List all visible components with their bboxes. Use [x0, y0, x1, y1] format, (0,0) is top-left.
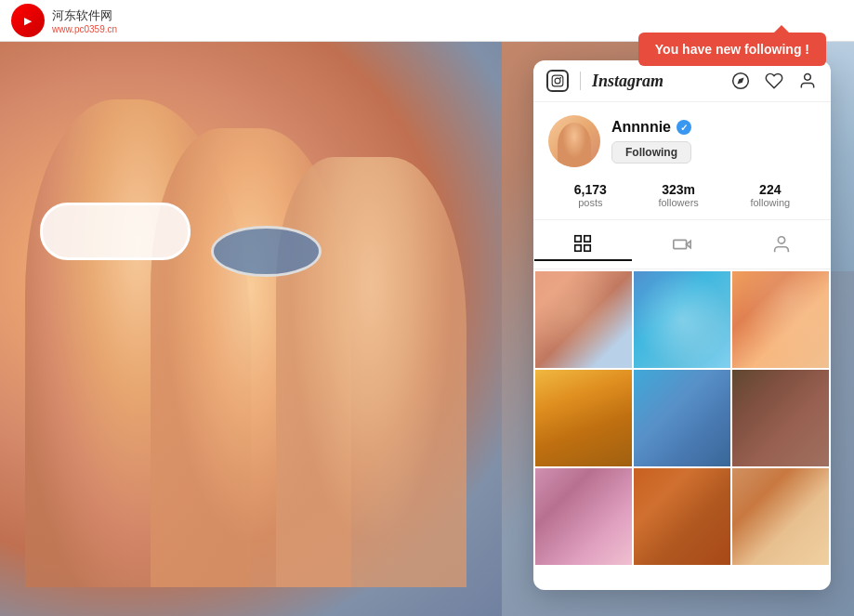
- username-text: Annnnie: [611, 119, 671, 136]
- followers-stat: 323m followers: [658, 182, 698, 208]
- avatar: [548, 115, 600, 167]
- instagram-wordmark: Instagram: [592, 72, 663, 91]
- profile-stats: 6,173 posts 323m followers 224 following: [533, 175, 831, 220]
- svg-rect-10: [674, 240, 687, 248]
- photo-overlay-8: [634, 468, 730, 565]
- photo-grid: [533, 269, 831, 567]
- grid-photo-2[interactable]: [634, 271, 730, 368]
- following-label: following: [750, 197, 790, 208]
- instagram-header-icons: [730, 71, 818, 91]
- photo-overlay-3: [732, 271, 829, 368]
- svg-point-1: [555, 78, 560, 84]
- instagram-header: Instagram: [533, 60, 831, 102]
- girl-3: [276, 157, 466, 588]
- grid-photo-6[interactable]: [732, 370, 829, 466]
- compass-icon[interactable]: [730, 71, 751, 91]
- photo-overlay-4: [535, 370, 632, 466]
- selfie-photo: [0, 42, 502, 616]
- following-button[interactable]: Following: [611, 141, 691, 164]
- logo-area: ▶ 河东软件网 www.pc0359.cn: [11, 4, 117, 37]
- instagram-logo-icon: [546, 70, 569, 92]
- grid-photo-4[interactable]: [535, 370, 632, 466]
- photo-overlay-7: [535, 468, 632, 565]
- svg-rect-7: [585, 236, 590, 242]
- photo-overlay-9: [732, 468, 829, 565]
- grid-photo-8[interactable]: [634, 468, 730, 565]
- header-divider: [580, 72, 581, 90]
- username-row: Annnnie ✓: [611, 119, 816, 136]
- followers-label: followers: [658, 197, 698, 208]
- svg-rect-9: [585, 245, 590, 251]
- svg-rect-8: [575, 245, 581, 251]
- instagram-logo-area: Instagram: [546, 70, 663, 92]
- instagram-profile: Annnnie ✓ Following: [533, 102, 831, 175]
- site-name: 河东软件网: [52, 7, 117, 24]
- following-count: 224: [750, 182, 790, 197]
- person-icon[interactable]: [797, 71, 818, 91]
- profile-info: Annnnie ✓ Following: [611, 119, 816, 164]
- grid-photo-5[interactable]: [634, 370, 730, 466]
- notification-tooltip: You have new following !: [638, 33, 826, 66]
- avatar-inner: [558, 123, 591, 167]
- verified-badge: ✓: [677, 120, 691, 135]
- notification-text: You have new following !: [655, 42, 809, 57]
- grid-photo-1[interactable]: [535, 271, 632, 368]
- photo-overlay-2: [634, 271, 730, 368]
- svg-rect-6: [575, 236, 581, 242]
- posts-stat: 6,173 posts: [574, 182, 607, 208]
- site-url: www.pc0359.cn: [52, 24, 117, 34]
- svg-marker-4: [737, 77, 743, 84]
- tab-video[interactable]: [633, 228, 731, 261]
- platform-logo-icon: ▶: [11, 4, 45, 37]
- logo-text-area: 河东软件网 www.pc0359.cn: [52, 7, 117, 34]
- heart-icon[interactable]: [764, 71, 784, 91]
- posts-label: posts: [574, 197, 607, 208]
- tab-tagged[interactable]: [732, 228, 831, 261]
- instagram-card: Instagram: [533, 60, 831, 590]
- sunglasses-white: [40, 203, 191, 260]
- followers-count: 323m: [658, 182, 698, 197]
- tab-grid[interactable]: [534, 228, 633, 261]
- grid-photo-7[interactable]: [535, 468, 632, 565]
- grid-photo-3[interactable]: [732, 271, 829, 368]
- following-stat: 224 following: [750, 182, 790, 208]
- svg-point-5: [805, 74, 811, 81]
- photo-overlay-1: [535, 271, 632, 368]
- svg-rect-0: [552, 75, 563, 86]
- posts-count: 6,173: [574, 182, 607, 197]
- profile-tabs: [533, 220, 831, 269]
- sunglasses-blue: [211, 226, 322, 278]
- svg-point-2: [559, 77, 561, 79]
- svg-point-12: [778, 237, 784, 243]
- grid-photo-9[interactable]: [732, 468, 829, 565]
- photo-overlay-6: [732, 370, 829, 466]
- photo-overlay-5: [634, 370, 730, 466]
